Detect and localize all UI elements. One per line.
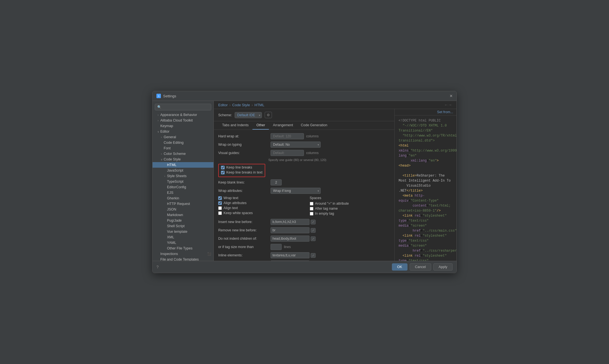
code-preview: <!DOCTYPE html PUBLIC "-//W3C//DTD XHTML… [395,115,456,261]
inline-elements-input[interactable] [271,252,310,258]
scheme-gear-button[interactable]: ⚙ [265,112,272,118]
visual-guides-row: Visual guides: columns [218,150,390,156]
wrap-on-typing-select-wrapper: Default: No [271,142,321,148]
wrap-attributes-select[interactable]: Wrap if long [271,188,321,194]
sidebar-item-label: Shell Script [167,224,211,228]
remove-new-line-before-expand-button[interactable]: ⤢ [311,228,316,233]
wrap-on-typing-select[interactable]: Default: No [271,142,321,148]
tab-other[interactable]: Other [252,121,269,130]
sidebar-item-code-style[interactable]: ∨ Code Style [153,157,213,162]
keep-line-breaks-highlight: Keep line breaks Keep line breaks in tex… [218,164,265,177]
around-equals-label[interactable]: Around "=" in attribute [315,202,349,205]
sidebar-item-alibaba[interactable]: › Alibaba Cloud Toolkit [153,118,213,123]
after-tag-name-checkbox[interactable] [310,207,313,211]
scheme-select[interactable]: Default IDE [235,112,262,118]
align-attributes-label[interactable]: Align attributes [224,201,247,205]
wrap-text-checkbox[interactable] [218,196,222,200]
close-button[interactable]: × [450,93,453,98]
tag-size-label: or if tag size more than [218,245,268,249]
sidebar-item-yaml[interactable]: YAML [153,240,213,246]
insert-new-line-before-input[interactable] [271,219,310,225]
align-text-checkbox[interactable] [218,206,222,210]
sidebar-item-keymap[interactable]: Keymap [153,123,213,129]
sidebar-item-ejs[interactable]: EJS [153,190,213,195]
sidebar-item-editor[interactable]: ∨ Editor [153,129,213,134]
sidebar-item-other-file-types[interactable]: Other File Types [153,246,213,251]
keep-line-breaks-checkbox[interactable] [221,166,225,169]
arrow-icon: ∨ [159,158,164,161]
tab-arrangement[interactable]: Arrangement [269,121,297,130]
sidebar-item-inspections[interactable]: Inspections ⬛ [153,251,213,257]
inline-elements-row: Inline elements: ⤢ [218,252,390,258]
insert-new-line-before-expand-button[interactable]: ⤢ [311,220,316,224]
sidebar-item-json[interactable]: JSON [153,207,213,212]
remove-new-line-before-input[interactable] [271,227,310,233]
spaces-col: Spaces Around "=" in attribute After tag… [310,196,390,217]
sidebar-item-color-scheme[interactable]: › Color Scheme [153,151,213,157]
sidebar-item-file-code-templates[interactable]: File and Code Templates [153,257,213,261]
sidebar-item-pug-jade[interactable]: Pug/Jade [153,218,213,223]
wrap-text-label[interactable]: Wrap text [224,196,238,200]
sidebar-item-label: Style Sheets [167,174,211,178]
sidebar-item-label: Code Editing [164,141,211,145]
sidebar-item-label: HTML [167,163,211,167]
sidebar-item-html[interactable]: HTML [153,162,213,168]
keep-line-breaks-text-label[interactable]: Keep line breaks in text [226,170,262,174]
apply-button[interactable]: Apply [433,263,453,271]
sidebar-item-http-request[interactable]: HTTP Request [153,201,213,207]
cancel-button[interactable]: Cancel [410,263,431,271]
in-empty-tag-checkbox[interactable] [310,212,313,216]
sidebar-item-style-sheets[interactable]: › Style Sheets [153,173,213,179]
settings-content: Hard wrap at: columns Wrap on typing Def… [214,130,394,261]
title-bar-left: S Settings [156,94,176,98]
top-bar: Editor › Code Style › HTML ← → [214,101,456,109]
do-not-indent-expand-button[interactable]: ⤢ [311,236,316,241]
keep-blank-lines-input[interactable] [271,179,282,185]
sidebar-item-xml[interactable]: XML [153,234,213,240]
tab-code-generation[interactable]: Code Generation [297,121,331,130]
keep-line-breaks-text-checkbox[interactable] [221,171,225,174]
breadcrumb-editor[interactable]: Editor [218,103,228,107]
hard-wrap-row: Hard wrap at: columns [218,133,390,139]
ok-button[interactable]: OK [392,263,407,271]
sidebar-item-code-editing[interactable]: Code Editing [153,140,213,145]
forward-button[interactable]: → [448,103,452,107]
sidebar-item-gherkin[interactable]: Gherkin [153,195,213,201]
set-from-link[interactable]: Set from... [437,110,453,114]
sidebar-item-label: YAML [167,241,211,245]
align-attributes-checkbox[interactable] [218,201,222,205]
breadcrumb-html[interactable]: HTML [254,103,264,107]
breadcrumb-sep: › [229,103,230,107]
around-equals-checkbox[interactable] [310,202,313,205]
hard-wrap-input[interactable] [271,133,304,139]
tag-size-input[interactable] [271,244,282,250]
arrow-icon: › [163,175,167,178]
sidebar-item-font[interactable]: Font [153,145,213,151]
keep-white-spaces-label[interactable]: Keep white spaces [224,211,253,215]
back-button[interactable]: ← [444,103,448,107]
sidebar-item-shell-script[interactable]: Shell Script [153,223,213,229]
sidebar-item-editorconfig[interactable]: EditorConfig [153,184,213,190]
sidebar-item-vue-template[interactable]: Vue template [153,229,213,234]
in-empty-tag-label[interactable]: In empty tag [315,212,334,216]
tag-size-unit: lines [284,245,291,249]
help-icon[interactable]: ? [156,265,159,269]
tag-size-row: or if tag size more than lines [218,244,390,250]
sidebar-item-typescript[interactable]: TypeScript [153,179,213,184]
keep-white-spaces-checkbox[interactable] [218,211,222,215]
tabs-row: Tabs and Indents Other Arrangement Code … [214,121,394,130]
do-not-indent-input[interactable] [271,236,310,242]
visual-guides-input[interactable] [271,150,304,156]
tab-tabs-indents[interactable]: Tabs and Indents [218,121,252,130]
sidebar-item-markdown[interactable]: Markdown [153,212,213,218]
breadcrumb-code-style[interactable]: Code Style [232,103,250,107]
search-input[interactable] [155,104,211,110]
sidebar-item-general[interactable]: › General [153,134,213,140]
after-tag-name-label[interactable]: After tag name [315,207,338,211]
inline-elements-expand-button[interactable]: ⤢ [311,253,316,258]
do-not-indent-input-row: ⤢ [271,236,316,242]
align-text-label[interactable]: Align text [224,206,238,210]
sidebar-item-appearance[interactable]: › Appearance & Behavior [153,112,213,118]
sidebar-item-javascript[interactable]: JavaScript [153,168,213,173]
keep-line-breaks-label[interactable]: Keep line breaks [226,165,252,169]
